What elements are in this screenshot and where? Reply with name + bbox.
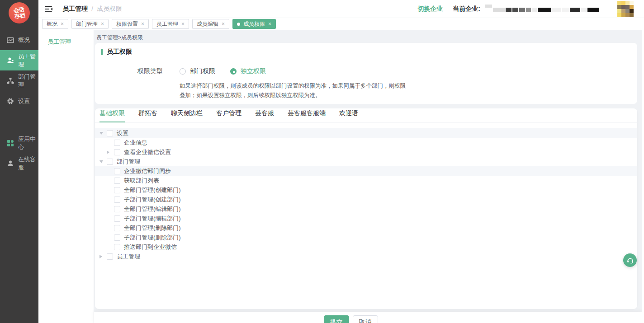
tree-checkbox[interactable] bbox=[114, 206, 120, 212]
open-tab-item[interactable]: 概况× bbox=[42, 19, 68, 29]
open-tab-item[interactable]: 权限设置× bbox=[112, 19, 149, 29]
tree-checkbox[interactable] bbox=[114, 244, 120, 250]
vertical-scrollbar[interactable] bbox=[642, 18, 644, 323]
permission-tab[interactable]: 群拓客 bbox=[138, 109, 157, 122]
tree-row[interactable]: 查看企业微信设置 bbox=[95, 147, 637, 157]
sidebar-item-label: 设置 bbox=[18, 97, 30, 105]
sidebar-item-service[interactable]: 在线客服 bbox=[0, 153, 38, 173]
close-icon[interactable]: × bbox=[61, 21, 64, 27]
tree-row[interactable]: 企业信息 bbox=[95, 138, 637, 147]
avatar-pixel bbox=[617, 5, 621, 9]
close-icon[interactable]: × bbox=[222, 21, 225, 27]
apps-icon bbox=[7, 140, 14, 147]
tree-checkbox[interactable] bbox=[114, 234, 120, 241]
radio-circle-icon[interactable] bbox=[230, 68, 237, 75]
staff-permission-card: 员工权限 权限类型 部门权限独立权限 如果选择部门权限，则该成员的权限以部门设置… bbox=[95, 43, 637, 104]
breadcrumb-parent[interactable]: 员工管理 bbox=[62, 5, 88, 13]
redaction-block bbox=[562, 8, 569, 12]
tree-checkbox[interactable] bbox=[114, 168, 120, 174]
avatar[interactable] bbox=[617, 1, 634, 17]
open-tab-active[interactable]: 成员权限× bbox=[232, 19, 276, 29]
close-icon[interactable]: × bbox=[101, 21, 104, 27]
tree-row[interactable]: 子部门管理(编辑部门) bbox=[95, 214, 637, 223]
close-icon[interactable]: × bbox=[268, 21, 271, 27]
tree-row[interactable]: 全部门管理(删除部门) bbox=[95, 223, 637, 233]
sidebar-item-apps[interactable]: 应用中心 bbox=[0, 133, 38, 153]
permission-tab[interactable]: 欢迎语 bbox=[339, 109, 358, 122]
open-tab-label: 成员编辑 bbox=[197, 20, 218, 28]
radio-label: 部门权限 bbox=[190, 67, 215, 75]
tree-node-label: 企业信息 bbox=[124, 139, 147, 147]
redaction-block bbox=[552, 8, 561, 12]
tree-node-label: 企业微信部门同步 bbox=[124, 167, 171, 175]
tree-row[interactable]: 部门管理 bbox=[95, 157, 637, 166]
caret-right-icon[interactable] bbox=[107, 150, 114, 154]
radio-department-permission[interactable]: 部门权限 bbox=[180, 67, 215, 75]
permission-hint: 如果选择部门权限，则该成员的权限以部门设置的权限为准，如果同属于多个部门，则权限… bbox=[180, 81, 637, 100]
tree-row[interactable]: 全部门管理(编辑部门) bbox=[95, 204, 637, 214]
headset-icon bbox=[626, 257, 634, 264]
radio-independent-permission[interactable]: 独立权限 bbox=[230, 67, 266, 75]
page-breadcrumb: 员工管理>成员权限 bbox=[94, 30, 642, 43]
submit-button[interactable]: 提交 bbox=[324, 315, 349, 323]
tree-node-label: 全部门管理(编辑部门) bbox=[124, 205, 181, 213]
radio-circle-icon[interactable] bbox=[180, 68, 186, 75]
tree-checkbox[interactable] bbox=[114, 178, 120, 184]
main-content: 员工管理>成员权限 员工权限 权限类型 部门权限独立权限 如果选择部门权限，则该… bbox=[94, 30, 642, 323]
sidebar-item-overview[interactable]: 概况 bbox=[0, 30, 38, 50]
open-tab-item[interactable]: 员工管理× bbox=[152, 19, 189, 29]
tree-checkbox[interactable] bbox=[107, 159, 113, 165]
tree-checkbox[interactable] bbox=[107, 130, 113, 136]
switch-company-link[interactable]: 切换企业 bbox=[417, 5, 443, 13]
permission-tab[interactable]: 芸客服 bbox=[255, 109, 274, 122]
tree-row[interactable]: 子部门管理(创建部门) bbox=[95, 195, 637, 204]
tree-checkbox[interactable] bbox=[114, 149, 120, 155]
avatar-pixel bbox=[621, 5, 625, 9]
caret-right-icon[interactable] bbox=[99, 255, 107, 258]
caret-down-icon[interactable] bbox=[99, 132, 107, 135]
open-tab-item[interactable]: 部门管理× bbox=[71, 19, 109, 29]
primary-sidebar: 会话 存档 概况员工管理部门管理设置应用中心在线客服 bbox=[0, 0, 38, 323]
tree-checkbox[interactable] bbox=[107, 253, 113, 260]
avatar-pixel bbox=[630, 9, 634, 13]
tree-row[interactable]: 获取部门列表 bbox=[95, 176, 637, 185]
open-tab-label: 成员权限 bbox=[243, 20, 265, 28]
close-icon[interactable]: × bbox=[181, 21, 185, 27]
redaction-block bbox=[512, 8, 518, 12]
tree-checkbox[interactable] bbox=[114, 215, 120, 222]
breadcrumb-current: 成员权限 bbox=[97, 5, 122, 13]
permission-tab[interactable]: 芸客服客服端 bbox=[288, 109, 326, 122]
staff-icon bbox=[7, 57, 14, 64]
tree-checkbox[interactable] bbox=[114, 225, 120, 231]
permission-hint-line1: 如果选择部门权限，则该成员的权限以部门设置的权限为准，如果同属于多个部门，则权限 bbox=[180, 81, 637, 91]
tree-checkbox[interactable] bbox=[114, 197, 120, 203]
tree-checkbox[interactable] bbox=[114, 187, 120, 193]
permission-tab-active[interactable]: 基础权限 bbox=[99, 109, 125, 122]
customer-service-button[interactable] bbox=[623, 253, 637, 267]
subnav-item-staff-management[interactable]: 员工管理 bbox=[38, 30, 94, 46]
sidebar-item-label: 在线客服 bbox=[18, 155, 38, 172]
cancel-button[interactable]: 取消 bbox=[353, 315, 378, 323]
close-icon[interactable]: × bbox=[141, 21, 144, 27]
tree-row[interactable]: 推送部门到企业微信 bbox=[95, 242, 637, 252]
tree-checkbox[interactable] bbox=[114, 140, 120, 146]
open-tab-item[interactable]: 成员编辑× bbox=[192, 19, 229, 29]
tree-row[interactable]: 企业微信部门同步 bbox=[95, 166, 637, 176]
tree-row[interactable]: 员工管理 bbox=[95, 252, 637, 261]
company-name-redacted bbox=[485, 8, 599, 12]
avatar-pixel bbox=[621, 13, 625, 17]
permission-tab[interactable]: 客户管理 bbox=[216, 109, 242, 122]
breadcrumb-separator: / bbox=[91, 5, 93, 13]
sidebar-item-settings[interactable]: 设置 bbox=[0, 91, 38, 111]
menu-fold-icon[interactable] bbox=[45, 6, 52, 12]
permission-tab[interactable]: 聊天侧边栏 bbox=[171, 109, 203, 122]
active-tab-dot bbox=[237, 23, 240, 26]
sidebar-item-department[interactable]: 部门管理 bbox=[0, 70, 38, 91]
tree-row[interactable]: 设置 bbox=[95, 128, 637, 138]
tree-row[interactable]: 子部门管理(删除部门) bbox=[95, 233, 637, 242]
sidebar-item-label: 员工管理 bbox=[18, 52, 38, 69]
caret-down-icon[interactable] bbox=[99, 160, 107, 163]
tree-row[interactable]: 全部门管理(创建部门) bbox=[95, 185, 637, 195]
tree-node-label: 查看企业微信设置 bbox=[124, 148, 171, 156]
sidebar-item-staff[interactable]: 员工管理 bbox=[0, 50, 38, 70]
